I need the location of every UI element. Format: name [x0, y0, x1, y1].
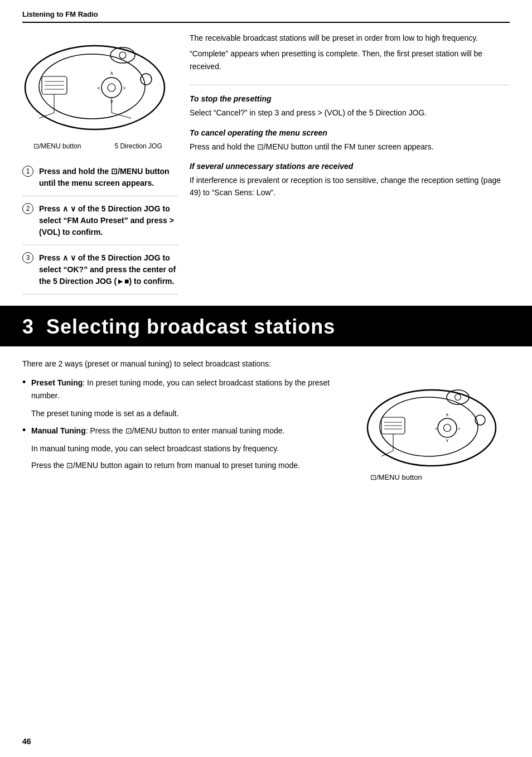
bullet-item-manual: • Manual Tuning: Press the ⊡/MENU button… — [22, 425, 354, 437]
device-illustration: ∧ ∨ < > — [22, 32, 167, 138]
steps-section: 1 Press and hold the ⊡/MENU button until… — [22, 159, 178, 295]
device-labels: ⊡/MENU button 5 Direction JOG — [22, 142, 178, 150]
svg-point-5 — [101, 78, 122, 98]
sub-section-cancel: To cancel operating the menu screen Pres… — [190, 128, 510, 153]
fm-radio-section: Listening to FM Radio — [0, 0, 532, 307]
step-number-2: 2 — [22, 203, 33, 214]
bottom-device-svg: ∧ ∨ < > — [365, 377, 499, 471]
step-number-1: 1 — [22, 166, 33, 177]
bottom-section: There are 2 ways (preset or manual tunin… — [0, 346, 532, 493]
fm-content: ∧ ∨ < > ⊡/MENU button 5 Direction JOG — [22, 32, 510, 295]
svg-text:<: < — [97, 85, 100, 91]
bottom-left: • Preset Tuning: In preset tuning mode, … — [22, 377, 354, 481]
svg-point-25 — [444, 425, 451, 432]
info-box: The receivable broadcast stations will b… — [190, 32, 510, 85]
manual-indent-2: Press the ⊡/MENU button again to return … — [31, 459, 354, 471]
info-para-2: “Complete” appears when presetting is co… — [190, 47, 510, 73]
step-number-3: 3 — [22, 252, 33, 263]
bullet-item-preset: • Preset Tuning: In preset tuning mode, … — [22, 377, 354, 402]
svg-text:∨: ∨ — [446, 438, 449, 443]
bullet-content-preset: Preset Tuning: In preset tuning mode, yo… — [31, 377, 354, 402]
step-text-2: Press ∧ ∨ of the 5 Direction JOG to sele… — [39, 203, 178, 238]
preset-label: Preset Tuning: In preset tuning mode, yo… — [31, 378, 330, 399]
svg-point-0 — [25, 46, 165, 129]
svg-text:<: < — [435, 426, 438, 431]
device-svg: ∧ ∨ < > — [22, 32, 167, 135]
page-number: 46 — [22, 737, 31, 746]
svg-point-4 — [141, 74, 152, 85]
main-section-header: 3 Selecting broadcast stations — [0, 307, 532, 346]
preset-indent: The preset tuning mode is set as a defau… — [31, 407, 354, 420]
sub-section-title-unnecessary: If several unnecessary stations are rece… — [190, 162, 510, 171]
bullet-dot-2: • — [22, 425, 28, 437]
svg-point-6 — [108, 84, 115, 91]
section-header: Listening to FM Radio — [22, 10, 510, 23]
fm-right: The receivable broadcast stations will b… — [190, 32, 510, 295]
svg-point-3 — [119, 52, 126, 59]
bullet-content-manual: Manual Tuning: Press the ⊡/MENU button t… — [31, 425, 354, 437]
svg-text:∧: ∧ — [110, 70, 114, 76]
sub-section-text-cancel: Press and hold the ⊡/MENU button until t… — [190, 141, 510, 153]
sub-section-text-stop: Select “Cancel?” in step 3 and press > (… — [190, 107, 510, 119]
step-item: 1 Press and hold the ⊡/MENU button until… — [22, 159, 178, 196]
svg-text:∧: ∧ — [446, 412, 449, 417]
bullet-dot-1: • — [22, 377, 28, 402]
svg-point-19 — [367, 390, 496, 466]
sub-section-text-unnecessary: If interference is prevalent or receptio… — [190, 174, 510, 199]
svg-point-1 — [39, 54, 145, 119]
bottom-content: • Preset Tuning: In preset tuning mode, … — [22, 377, 510, 481]
step-text-1: Press and hold the ⊡/MENU button until t… — [39, 166, 178, 189]
sub-section-title-cancel: To cancel operating the menu screen — [190, 128, 510, 137]
bottom-right: ∧ ∨ < > ⊡/MENU button — [365, 377, 510, 481]
svg-point-22 — [455, 394, 461, 401]
info-para-1: The receivable broadcast stations will b… — [190, 32, 510, 44]
page: Listening to FM Radio — [0, 0, 532, 757]
manual-indent-1: In manual tuning mode, you can select br… — [31, 442, 354, 455]
fm-left: ∧ ∨ < > ⊡/MENU button 5 Direction JOG — [22, 32, 178, 295]
svg-text:>: > — [123, 85, 125, 91]
bottom-device-label: ⊡/MENU button — [365, 473, 510, 481]
sub-section-title-stop: To stop the presetting — [190, 94, 510, 103]
svg-point-21 — [447, 390, 469, 404]
step-text-3: Press ∧ ∨ of the 5 Direction JOG to sele… — [39, 252, 178, 287]
step-item: 3 Press ∧ ∨ of the 5 Direction JOG to se… — [22, 245, 178, 295]
svg-point-24 — [438, 418, 457, 437]
svg-point-20 — [380, 397, 478, 456]
bottom-intro: There are 2 ways (preset or manual tunin… — [22, 358, 510, 370]
sub-section-unnecessary: If several unnecessary stations are rece… — [190, 162, 510, 199]
svg-text:>: > — [458, 426, 461, 431]
step-item: 2 Press ∧ ∨ of the 5 Direction JOG to se… — [22, 196, 178, 245]
sub-section-stop: To stop the presetting Select “Cancel?” … — [190, 94, 510, 119]
